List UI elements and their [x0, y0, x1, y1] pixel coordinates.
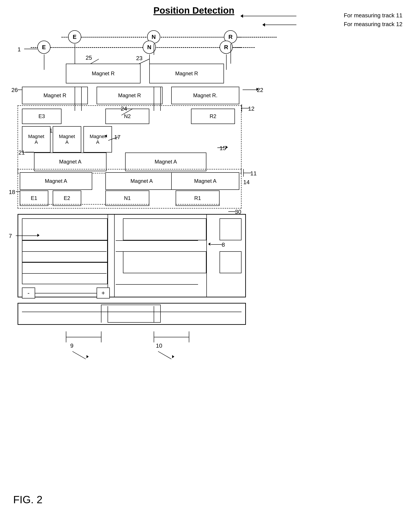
track-12-arrowhead [262, 23, 265, 27]
dim-10-hline [154, 337, 189, 337]
ref-15-arrowhead [226, 146, 228, 149]
sensor-E1: E1 [20, 191, 48, 206]
lower-vdiv-1 [107, 214, 108, 297]
vline-N-top [154, 44, 154, 55]
diagram: Position Detection For measuring track 1… [0, 0, 420, 532]
ref-11-hline [243, 173, 251, 173]
sensor-N1: N1 [105, 191, 149, 206]
ref-21-arrow [25, 152, 34, 152]
ref-15-arrow [217, 148, 224, 148]
ref-1: 1 [17, 46, 21, 53]
plus-terminal: + [97, 287, 110, 298]
track-11-arrow-line [241, 16, 296, 16]
ref-22-arrowhead [256, 88, 259, 91]
lower-hline-5 [22, 273, 106, 274]
magnet-a-track11-right: Magnet A [171, 172, 239, 190]
sensor-N2: N2 [105, 109, 149, 124]
magnet-r-inner-right: Magnet R [149, 64, 224, 83]
ref-30-hline [228, 211, 236, 212]
lower-mid-top [123, 218, 206, 240]
ref-21: 21 [18, 149, 25, 156]
bracket-top [101, 305, 160, 305]
dashed-line-top-right [233, 37, 277, 38]
ref-17-arrowhead [105, 134, 107, 138]
dashed-line-second-left [31, 47, 241, 48]
dim-9-hline [66, 337, 101, 337]
magnet-a-large-left: Magnet A [34, 152, 106, 171]
bracket-vl3 [107, 314, 108, 322]
dashed-inner-11-right [176, 204, 220, 205]
vline-down-3 [154, 104, 154, 111]
sensor-R1: R1 [176, 191, 220, 206]
ref-8: 8 [222, 241, 225, 248]
track-11-arrowhead [240, 14, 243, 18]
ref-11-vline [243, 169, 244, 177]
lower-right-mid [220, 251, 241, 273]
vline-down-2 [81, 104, 82, 111]
circle-E-second: E [37, 41, 50, 54]
lower-right-top [220, 218, 241, 240]
lower-hline-3 [116, 240, 198, 241]
ref-26: 26 [11, 87, 18, 93]
vline-E-second [44, 54, 44, 70]
sensor-E2: E2 [53, 191, 81, 206]
terminal-hline [35, 293, 97, 294]
ref-7-arrowhead [37, 234, 40, 237]
fig-label: FIG. 2 [13, 494, 42, 506]
vline-R-second [226, 54, 226, 70]
track-label-12: For measuring track 12 [344, 21, 403, 28]
lower-left-top [22, 218, 107, 240]
track-12-arrow-line [263, 25, 296, 25]
ref-11: 11 [250, 170, 257, 177]
ref-8-arrowhead [208, 242, 210, 246]
dim-10-right-tick [189, 331, 189, 342]
magnet-a-large-right: Magnet A [125, 152, 206, 171]
ref-1-arrow [24, 49, 37, 49]
vdiv-outer-1 [75, 87, 75, 104]
magnet-a-small-3: MagnetA [83, 126, 112, 152]
vline-down-1 [75, 104, 75, 111]
ref-24: 24 [121, 105, 127, 112]
ref-7-arrow [16, 236, 38, 236]
lower-mid-mid [123, 251, 206, 273]
vline-E-top [75, 44, 75, 64]
ref-23: 23 [136, 55, 142, 62]
page-title: Position Detection [149, 5, 239, 16]
lower-hline-4 [116, 251, 198, 252]
ref-12-hline [241, 108, 249, 108]
vline-R-top [230, 44, 231, 64]
lower-vdiv-2 [114, 214, 115, 297]
sensor-E3: E3 [22, 109, 61, 124]
minus-terminal: - [22, 287, 35, 298]
magnet-r-outer-right: Magnet R. [171, 87, 239, 104]
dashed-line-second-right [233, 47, 255, 48]
stator-hline-1 [22, 312, 241, 312]
magnet-r-outer-left: Magnet R [22, 87, 88, 104]
sensor-R2: R2 [191, 109, 235, 124]
ref-18: 18 [9, 189, 15, 195]
magnet-r-outer-mid: Magnet R [97, 87, 163, 104]
vdiv-outer-4 [160, 87, 161, 104]
bracket-vl2 [160, 305, 161, 312]
ref-12: 12 [248, 105, 255, 112]
bottom-stator-rect [17, 303, 246, 325]
ref-10-arrow [158, 351, 172, 359]
ref-9-arrowhead [87, 355, 89, 358]
lower-hline-1 [22, 240, 106, 241]
vline-down-4 [160, 104, 161, 111]
magnet-a-track11-mid: Magnet A [105, 172, 178, 190]
dashed-inner-11-mid [106, 204, 149, 205]
magnet-a-track11-left: Magnet A [20, 172, 92, 190]
ref-25: 25 [86, 54, 92, 61]
ref-10-arrowhead [172, 355, 174, 358]
lower-hline-2 [22, 251, 106, 252]
ref-9-arrow [73, 351, 86, 359]
ref-12-vline [241, 104, 242, 112]
dim-9-right-tick [101, 331, 101, 342]
lower-vdiv-3 [206, 214, 207, 297]
ref-8-arrow [211, 244, 222, 245]
ref-10: 10 [156, 342, 162, 349]
ref-15: 15 [220, 145, 226, 152]
magnet-a-small-2: MagnetA [53, 126, 81, 152]
ref-7: 7 [9, 233, 12, 239]
